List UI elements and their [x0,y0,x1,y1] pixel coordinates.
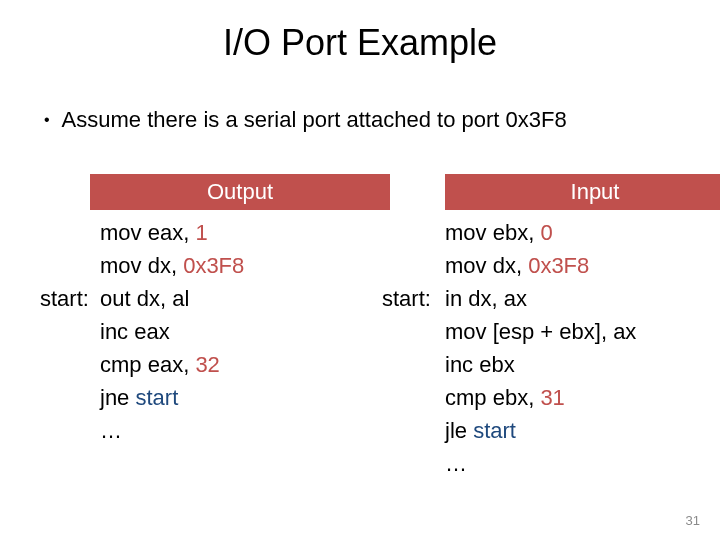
asm-number: 0x3F8 [183,253,244,278]
bullet-row: • Assume there is a serial port attached… [0,106,720,134]
asm-line: mov ebx, 0 [445,216,720,249]
asm-line: cmp eax, 32 [100,348,390,381]
asm-text: … [445,451,467,476]
asm-text: cmp eax, [100,352,195,377]
input-column: Input mov ebx, 0 mov dx, 0x3F8 start:in … [390,174,720,480]
bullet-dot-icon: • [44,106,50,134]
bullet-text: Assume there is a serial port attached t… [62,106,567,134]
output-header: Output [90,174,390,210]
asm-line: start:out dx, al [100,282,390,315]
asm-text: inc ebx [445,352,515,377]
asm-line: start:in dx, ax [445,282,720,315]
asm-line: mov [esp + ebx], ax [445,315,720,348]
asm-line: mov dx, 0x3F8 [100,249,390,282]
input-code: mov ebx, 0 mov dx, 0x3F8 start:in dx, ax… [445,216,720,480]
asm-label: start: [382,282,442,315]
asm-text: cmp ebx, [445,385,540,410]
asm-line: mov dx, 0x3F8 [445,249,720,282]
asm-text: jne [100,385,135,410]
asm-text: mov [esp + ebx], ax [445,319,636,344]
asm-labelref: start [473,418,516,443]
asm-number: 1 [195,220,207,245]
asm-line: … [100,414,390,447]
asm-number: 0 [540,220,552,245]
output-code: mov eax, 1 mov dx, 0x3F8 start:out dx, a… [100,216,390,447]
asm-text: out dx, al [100,286,189,311]
asm-number: 31 [540,385,564,410]
code-columns: Output mov eax, 1 mov dx, 0x3F8 start:ou… [0,174,720,480]
asm-label: start: [40,282,98,315]
asm-text: in dx, ax [445,286,527,311]
asm-line: cmp ebx, 31 [445,381,720,414]
page-number: 31 [686,513,700,528]
asm-text: jle [445,418,473,443]
asm-line: jle start [445,414,720,447]
input-header: Input [445,174,720,210]
asm-line: mov eax, 1 [100,216,390,249]
asm-line: inc eax [100,315,390,348]
asm-text: mov dx, [445,253,528,278]
asm-text: mov eax, [100,220,195,245]
asm-text: inc eax [100,319,170,344]
slide-title: I/O Port Example [0,0,720,64]
asm-text: mov ebx, [445,220,540,245]
asm-line: jne start [100,381,390,414]
output-column: Output mov eax, 1 mov dx, 0x3F8 start:ou… [30,174,390,480]
asm-line: … [445,447,720,480]
asm-text: mov dx, [100,253,183,278]
asm-line: inc ebx [445,348,720,381]
asm-number: 32 [195,352,219,377]
asm-labelref: start [135,385,178,410]
asm-number: 0x3F8 [528,253,589,278]
asm-text: … [100,418,122,443]
